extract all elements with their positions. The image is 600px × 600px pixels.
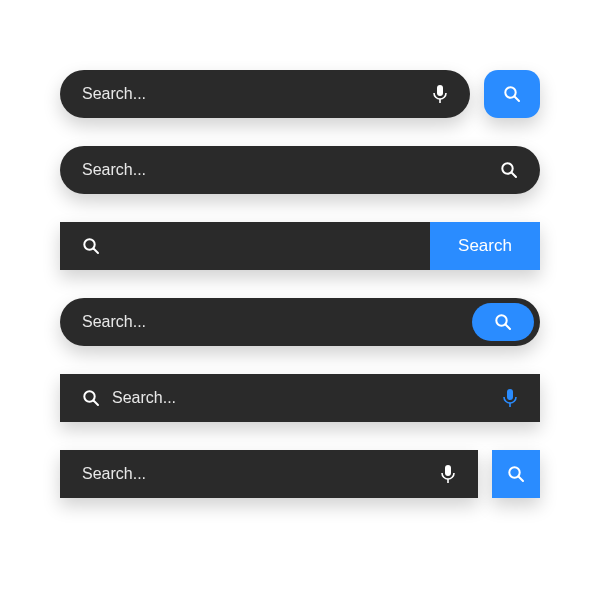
search-button-3[interactable]: Search	[430, 222, 540, 270]
search-row-4: Search...	[60, 298, 540, 346]
search-icon	[494, 313, 512, 331]
search-input-6[interactable]: Search...	[60, 450, 478, 498]
search-row-5: Search...	[60, 374, 540, 422]
search-row-1: Search...	[60, 70, 540, 118]
microphone-icon[interactable]	[440, 464, 456, 484]
svg-rect-14	[445, 465, 451, 476]
search-button-1[interactable]	[484, 70, 540, 118]
svg-line-5	[512, 173, 517, 178]
search-row-6: Search...	[60, 450, 540, 498]
search-placeholder: Search...	[82, 85, 432, 103]
search-placeholder: Search...	[82, 161, 500, 179]
search-input-2[interactable]: Search...	[60, 146, 540, 194]
svg-line-3	[515, 97, 520, 102]
svg-line-9	[506, 325, 511, 330]
search-icon	[503, 85, 521, 103]
search-row-3: Search	[60, 222, 540, 270]
search-input-1[interactable]: Search...	[60, 70, 470, 118]
search-placeholder: Search...	[82, 313, 472, 331]
search-icon	[82, 389, 100, 407]
svg-line-17	[519, 477, 524, 482]
svg-line-7	[94, 249, 99, 254]
search-input-5[interactable]: Search...	[60, 374, 540, 422]
search-placeholder: Search...	[112, 389, 502, 407]
svg-rect-12	[507, 389, 513, 400]
search-icon[interactable]	[500, 161, 518, 179]
search-button-6[interactable]	[492, 450, 540, 498]
svg-rect-0	[437, 85, 443, 96]
search-row-2: Search...	[60, 146, 540, 194]
search-placeholder: Search...	[82, 465, 440, 483]
search-icon	[507, 465, 525, 483]
search-icon	[82, 237, 100, 255]
search-input-3[interactable]	[60, 222, 430, 270]
search-input-4[interactable]: Search...	[60, 298, 540, 346]
svg-line-11	[94, 401, 99, 406]
microphone-icon[interactable]	[502, 388, 518, 408]
microphone-icon[interactable]	[432, 84, 448, 104]
search-button-4[interactable]	[472, 303, 534, 341]
search-button-label: Search	[458, 236, 512, 256]
